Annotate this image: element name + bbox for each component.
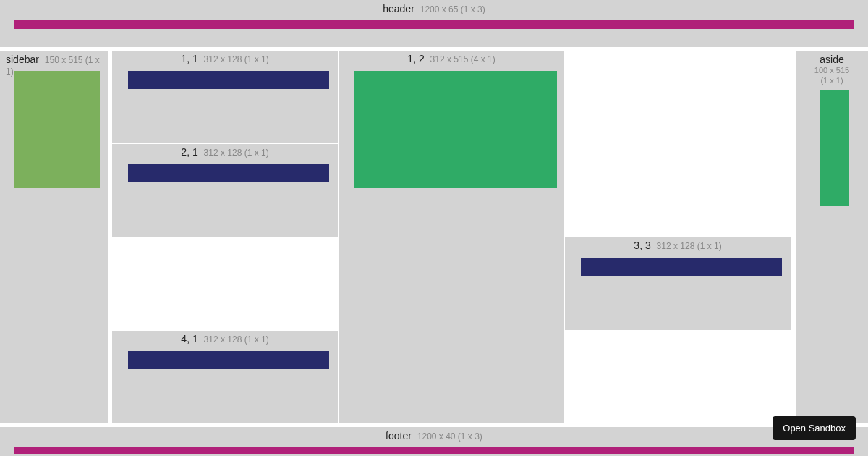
open-sandbox-button[interactable]: Open Sandbox bbox=[773, 416, 856, 440]
cell-4-1-block bbox=[128, 351, 329, 369]
cell-4-1-dims: 312 x 128 (1 x 1) bbox=[204, 334, 269, 345]
open-sandbox-label: Open Sandbox bbox=[783, 423, 846, 434]
header-accent-bar bbox=[14, 20, 854, 29]
cell-1-2-label: 1, 2 312 x 515 (4 x 1) bbox=[339, 51, 564, 64]
cell-1-1-block bbox=[128, 71, 329, 89]
sidebar-title: sidebar bbox=[6, 54, 39, 65]
cell-3-3-title: 3, 3 bbox=[634, 240, 650, 251]
cell-1-2-block bbox=[354, 71, 557, 188]
cell-3-3-block bbox=[581, 258, 782, 276]
cell-4-1: 4, 1 312 x 128 (1 x 1) bbox=[112, 331, 338, 423]
cell-3-3: 3, 3 312 x 128 (1 x 1) bbox=[565, 237, 791, 330]
cell-3-3-dims: 312 x 128 (1 x 1) bbox=[657, 241, 722, 251]
aside-title: aside bbox=[796, 51, 868, 65]
aside-dims-1: 100 x 515 bbox=[796, 65, 868, 75]
cell-2-1-block bbox=[128, 164, 329, 182]
header-region: header 1200 x 65 (1 x 3) bbox=[0, 0, 868, 47]
footer-accent-bar bbox=[14, 447, 854, 454]
cell-1-1-dims: 312 x 128 (1 x 1) bbox=[204, 54, 269, 64]
cell-1-2: 1, 2 312 x 515 (4 x 1) bbox=[339, 51, 564, 423]
sidebar-block bbox=[14, 71, 100, 188]
header-dims: 1200 x 65 (1 x 3) bbox=[420, 4, 485, 14]
aside-dims-2: (1 x 1) bbox=[796, 75, 868, 85]
sidebar-region: sidebar 150 x 515 (1 x 1) bbox=[0, 51, 109, 423]
cell-1-1-title: 1, 1 bbox=[181, 53, 197, 64]
cell-3-3-label: 3, 3 312 x 128 (1 x 1) bbox=[565, 237, 791, 251]
aside-region: aside 100 x 515 (1 x 1) bbox=[796, 51, 868, 423]
footer-dims: 1200 x 40 (1 x 3) bbox=[417, 431, 482, 442]
cell-2-1-dims: 312 x 128 (1 x 1) bbox=[204, 148, 269, 158]
cell-4-1-label: 4, 1 312 x 128 (1 x 1) bbox=[112, 331, 338, 345]
cell-1-2-title: 1, 2 bbox=[407, 53, 424, 64]
footer-label: footer 1200 x 40 (1 x 3) bbox=[0, 427, 868, 442]
cell-2-1: 2, 1 312 x 128 (1 x 1) bbox=[112, 144, 338, 237]
cell-1-1: 1, 1 312 x 128 (1 x 1) bbox=[112, 51, 338, 143]
footer-region: footer 1200 x 40 (1 x 3) bbox=[0, 427, 868, 456]
footer-title: footer bbox=[386, 430, 412, 442]
cell-1-1-label: 1, 1 312 x 128 (1 x 1) bbox=[112, 51, 338, 64]
cell-2-1-title: 2, 1 bbox=[181, 146, 197, 158]
aside-block bbox=[820, 90, 849, 206]
header-label: header 1200 x 65 (1 x 3) bbox=[0, 0, 868, 14]
cell-2-1-label: 2, 1 312 x 128 (1 x 1) bbox=[112, 144, 338, 158]
cell-4-1-title: 4, 1 bbox=[181, 333, 197, 345]
header-title: header bbox=[383, 3, 414, 14]
cell-1-2-dims: 312 x 515 (4 x 1) bbox=[430, 54, 495, 64]
